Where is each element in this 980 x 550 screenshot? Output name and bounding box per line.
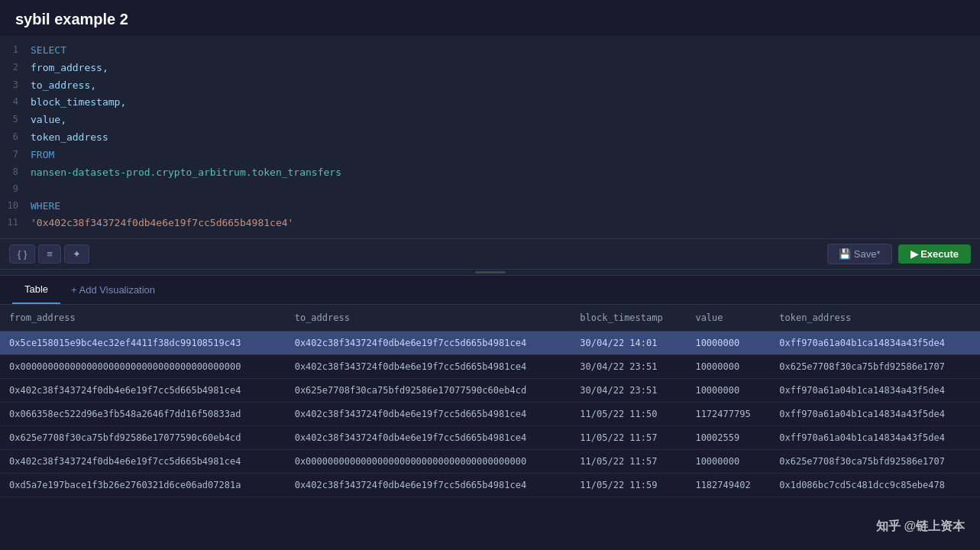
code-line-2: 2 from_address,: [0, 60, 980, 77]
list-btn[interactable]: ≡: [38, 244, 61, 264]
page-header: sybil example 2: [0, 0, 980, 36]
cell-value: 10000000: [686, 355, 770, 379]
cell-from_address: 0x066358ec522d96e3fb548a2646f7dd16f50833…: [0, 403, 286, 426]
line-number: 5: [0, 112, 31, 127]
save-icon: 💾: [839, 248, 854, 260]
code-editor[interactable]: 1SELECT2 from_address,3 to_address,4 blo…: [0, 36, 980, 239]
col-header-from_address[interactable]: from_address: [0, 305, 286, 332]
resize-handle[interactable]: [0, 270, 980, 276]
data-table-container[interactable]: from_addressto_addressblock_timestampval…: [0, 305, 980, 550]
json-btn[interactable]: { }: [9, 244, 35, 264]
code-line-1: 1SELECT: [0, 42, 980, 60]
col-header-token_address[interactable]: token_address: [770, 305, 980, 332]
line-number: 4: [0, 95, 31, 109]
cell-from_address: 0x402c38f343724f0db4e6e19f7cc5d665b4981c…: [0, 450, 286, 474]
cell-from_address: 0x402c38f343724f0db4e6e19f7cc5d665b4981c…: [0, 379, 286, 403]
cell-block_timestamp: 30/04/22 23:51: [571, 355, 686, 379]
line-number: 6: [0, 130, 31, 144]
cell-to_address: 0x402c38f343724f0db4e6e19f7cc5d665b4981c…: [286, 332, 571, 355]
cell-value: 10002559: [686, 426, 770, 450]
cell-to_address: 0x402c38f343724f0db4e6e19f7cc5d665b4981c…: [286, 474, 571, 497]
line-content: '0x402c38f343724f0db4e6e19f7cc5d665b4981…: [31, 215, 293, 231]
code-line-8: 8 nansen-datasets-prod.crypto_arbitrum.t…: [0, 164, 980, 182]
add-visualization-btn[interactable]: Add Visualization: [60, 278, 166, 302]
cell-block_timestamp: 30/04/22 23:51: [571, 379, 686, 403]
cell-block_timestamp: 11/05/22 11:57: [571, 450, 686, 474]
line-content: nansen-datasets-prod.crypto_arbitrum.tok…: [31, 165, 341, 181]
col-header-block_timestamp[interactable]: block_timestamp: [571, 305, 686, 332]
line-number: 9: [0, 182, 31, 196]
col-header-value[interactable]: value: [686, 305, 770, 332]
cell-token_address: 0x625e7708f30ca75bfd92586e1707: [770, 450, 980, 474]
table-row: 0xd5a7e197bace1f3b26e2760321d6ce06ad0728…: [0, 474, 980, 497]
code-line-10: 10WHERE: [0, 198, 980, 215]
line-content: from_address,: [31, 60, 108, 76]
line-content: WHERE: [31, 199, 60, 215]
code-line-6: 6 token_address: [0, 129, 980, 147]
cell-block_timestamp: 11/05/22 11:57: [571, 426, 686, 450]
line-content: value,: [31, 112, 66, 128]
line-content: token_address: [31, 130, 108, 146]
execute-button[interactable]: Execute: [898, 244, 972, 264]
line-content: SELECT: [31, 43, 66, 59]
cell-token_address: 0xff970a61a04b1ca14834a43f5de4: [770, 379, 980, 403]
page-title: sybil example 2: [15, 11, 965, 28]
table-row: 0x402c38f343724f0db4e6e19f7cc5d665b4981c…: [0, 379, 980, 403]
cell-from_address: 0x5ce158015e9bc4ec32ef4411f38dc99108519c…: [0, 332, 286, 355]
cell-block_timestamp: 11/05/22 11:50: [571, 403, 686, 426]
cell-from_address: 0xd5a7e197bace1f3b26e2760321d6ce06ad0728…: [0, 474, 286, 497]
table-row: 0x402c38f343724f0db4e6e19f7cc5d665b4981c…: [0, 450, 980, 474]
cell-token_address: 0xff970a61a04b1ca14834a43f5de4: [770, 332, 980, 355]
code-line-9: 9: [0, 181, 980, 197]
toolbar-left: { } ≡ ✦: [9, 244, 89, 264]
line-content: FROM: [31, 147, 54, 163]
line-number: 7: [0, 147, 31, 162]
cell-token_address: 0xff970a61a04b1ca14834a43f5de4: [770, 403, 980, 426]
tab-table[interactable]: Table: [12, 276, 60, 304]
line-content: to_address,: [31, 78, 96, 94]
results-table: from_addressto_addressblock_timestampval…: [0, 305, 980, 497]
line-content: block_timestamp,: [31, 95, 126, 111]
table-row: 0x625e7708f30ca75bfd92586e17077590c60eb4…: [0, 426, 980, 450]
handle-bar: [475, 271, 506, 273]
line-number: 3: [0, 78, 31, 92]
code-line-5: 5 value,: [0, 112, 980, 129]
code-line-3: 3 to_address,: [0, 77, 980, 95]
cell-value: 1172477795: [686, 403, 770, 426]
line-number: 11: [0, 215, 31, 230]
cell-from_address: 0x625e7708f30ca75bfd92586e17077590c60eb4…: [0, 426, 286, 450]
cell-block_timestamp: 11/05/22 11:59: [571, 474, 686, 497]
line-number: 10: [0, 199, 31, 213]
toolbar-right: 💾 Save* Execute: [827, 244, 971, 264]
cell-to_address: 0x402c38f343724f0db4e6e19f7cc5d665b4981c…: [286, 426, 571, 450]
line-number: 8: [0, 165, 31, 180]
cell-block_timestamp: 30/04/22 14:01: [571, 332, 686, 355]
results-area: Table Add Visualization from_addressto_a…: [0, 276, 980, 550]
line-number: 2: [0, 60, 31, 75]
result-tabs: Table Add Visualization: [0, 276, 980, 305]
cell-value: 10000000: [686, 332, 770, 355]
cell-to_address: 0x402c38f343724f0db4e6e19f7cc5d665b4981c…: [286, 355, 571, 379]
table-row: 0x066358ec522d96e3fb548a2646f7dd16f50833…: [0, 403, 980, 426]
cell-value: 10000000: [686, 450, 770, 474]
cell-token_address: 0xff970a61a04b1ca14834a43f5de4: [770, 426, 980, 450]
cell-value: 10000000: [686, 379, 770, 403]
col-header-to_address[interactable]: to_address: [286, 305, 571, 332]
cell-to_address: 0x00000000000000000000000000000000000000…: [286, 450, 571, 474]
code-line-11: 11 '0x402c38f343724f0db4e6e19f7cc5d665b4…: [0, 215, 980, 232]
save-button[interactable]: 💾 Save*: [827, 244, 891, 264]
cell-from_address: 0x00000000000000000000000000000000000000…: [0, 355, 286, 379]
table-row: 0x00000000000000000000000000000000000000…: [0, 355, 980, 379]
code-line-7: 7FROM: [0, 147, 980, 164]
cell-token_address: 0x625e7708f30ca75bfd92586e1707: [770, 355, 980, 379]
table-row: 0x5ce158015e9bc4ec32ef4411f38dc99108519c…: [0, 332, 980, 355]
star-btn[interactable]: ✦: [64, 244, 89, 264]
cell-to_address: 0x625e7708f30ca75bfd92586e17077590c60eb4…: [286, 379, 571, 403]
line-number: 1: [0, 43, 31, 57]
toolbar: { } ≡ ✦ 💾 Save* Execute: [0, 239, 980, 270]
cell-token_address: 0x1d086bc7cd5c481dcc9c85ebe478: [770, 474, 980, 497]
code-line-4: 4 block_timestamp,: [0, 94, 980, 112]
cell-to_address: 0x402c38f343724f0db4e6e19f7cc5d665b4981c…: [286, 403, 571, 426]
cell-value: 1182749402: [686, 474, 770, 497]
